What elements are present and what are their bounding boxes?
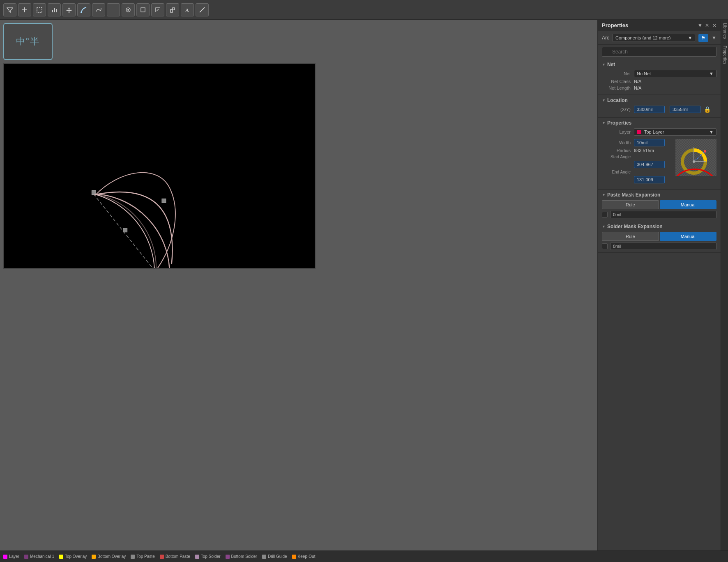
line-btn[interactable] (196, 3, 209, 16)
panel-pin-icon[interactable]: ▼ (698, 23, 703, 28)
panel-close-icon[interactable]: ✕ (712, 23, 716, 28)
wires-btn[interactable] (92, 3, 105, 16)
solder-mask-toggle: Rule Manual (602, 232, 716, 241)
pad-btn[interactable] (107, 3, 120, 16)
canvas-area: 中°半 (0, 20, 597, 550)
select2-btn[interactable] (151, 3, 164, 16)
libraries-tab[interactable]: Libraries (721, 20, 728, 42)
paste-checkbox[interactable] (602, 212, 608, 217)
search-input[interactable] (602, 47, 716, 57)
solder-mask-title: Solder Mask Expansion (607, 224, 663, 229)
select-rect-btn[interactable] (33, 3, 46, 16)
filter-btn[interactable] (3, 3, 16, 16)
layer-indicator-mech1: Mechanical 1 (24, 554, 54, 559)
layer-indicator-top-solder: Top Solder (195, 554, 221, 559)
chart-btn[interactable] (48, 3, 61, 16)
start-angle-label: Start Angle (602, 155, 631, 159)
net-label: Net (602, 71, 631, 76)
end-angle-row: End Angle (602, 170, 672, 174)
component-chars: 中°半 (16, 35, 40, 48)
layer-dot-bottom-overlay (92, 555, 96, 559)
layer-dot-layer (3, 555, 7, 559)
svg-point-24 (693, 160, 695, 163)
net-class-value: N/A (634, 79, 716, 84)
arc-filter-dropdown[interactable]: Components (and 12 more) ▼ (613, 34, 695, 42)
layer-dot-mech1 (24, 555, 28, 559)
layer-indicator-bottom-solder: Bottom Solder (226, 554, 257, 559)
net-row: Net No Net ▼ (602, 70, 716, 77)
solder-rule-btn[interactable]: Rule (602, 232, 659, 241)
route-btn[interactable] (77, 3, 90, 16)
net-dropdown[interactable]: No Net ▼ (634, 70, 716, 77)
net-section: ▼ Net Net No Net ▼ Net Class N/A Net Len… (598, 59, 721, 95)
shape-btn[interactable] (136, 3, 150, 16)
svg-point-8 (127, 9, 129, 11)
status-bar: Layer Mechanical 1 Top Overlay Bottom Ov… (0, 550, 728, 562)
svg-rect-4 (54, 8, 55, 12)
control-point-2 (162, 199, 166, 203)
properties-tab[interactable]: Properties (721, 42, 728, 68)
main-toolbar: A (0, 0, 728, 20)
solder-manual-btn[interactable]: Manual (660, 232, 717, 241)
end-angle-input[interactable] (634, 176, 665, 183)
dropdown-arrow: ▼ (688, 35, 692, 40)
layer-dropdown[interactable]: Top Layer ▼ (634, 128, 716, 136)
location-collapse-icon[interactable]: ▼ (602, 98, 606, 102)
y-input[interactable] (670, 106, 700, 113)
layer-label: Layer (602, 130, 631, 134)
via-btn[interactable] (122, 3, 135, 16)
panel-controls: ▼ ✕ ✕ (698, 23, 716, 28)
panel-menu-icon[interactable]: ✕ (705, 23, 709, 28)
paste-mask-collapse[interactable]: ▼ (602, 193, 606, 197)
location-section: ▼ Location (X/Y) 🔒 (598, 95, 721, 118)
net-collapse-icon[interactable]: ▼ (602, 62, 606, 67)
place-btn[interactable] (166, 3, 179, 16)
filter-arrow-btn[interactable]: ▼ (712, 35, 716, 41)
layer-dot-bottom-solder (226, 555, 230, 559)
net-class-row: Net Class N/A (602, 79, 716, 84)
start-angle-input[interactable] (634, 161, 665, 168)
move-btn[interactable] (62, 3, 76, 16)
paste-rule-btn[interactable]: Rule (602, 200, 659, 209)
paste-value-input[interactable] (610, 211, 716, 218)
arc-visible (95, 192, 172, 264)
layer-dot-bottom-paste (160, 555, 164, 559)
net-dropdown-arrow: ▼ (709, 71, 714, 76)
filter-button[interactable]: ⚑ (698, 34, 708, 42)
solder-mask-collapse[interactable]: ▼ (602, 224, 606, 229)
layer-row: Layer Top Layer ▼ (602, 128, 716, 136)
layer-label-mech1: Mechanical 1 (30, 554, 54, 559)
start-angle-row: Start Angle (602, 155, 672, 159)
side-tabs: Libraries Properties (721, 20, 728, 550)
x-input[interactable] (634, 106, 665, 113)
lock-icon[interactable]: 🔒 (704, 106, 711, 113)
props-collapse-icon[interactable]: ▼ (602, 121, 606, 125)
svg-rect-2 (37, 7, 42, 12)
arc-mini-diagram (675, 139, 716, 176)
width-label: Width (602, 140, 631, 145)
add-btn[interactable] (18, 3, 31, 16)
layer-indicator-keepout: Keep-Out (292, 554, 316, 559)
solder-value-input[interactable] (610, 243, 716, 250)
start-angle-input-row (602, 161, 672, 168)
svg-text:A: A (185, 7, 189, 13)
width-row: Width (602, 139, 672, 146)
search-wrapper: 🔍 (602, 47, 716, 57)
xy-label: (X/Y) (602, 107, 631, 112)
layer-dot-top-paste (131, 555, 135, 559)
layer-indicator-drill-guide: Drill Guide (262, 554, 287, 559)
paste-mask-value-row (602, 211, 716, 218)
width-input[interactable] (634, 139, 665, 146)
text-btn[interactable]: A (181, 3, 194, 16)
layer-dot-top-overlay (59, 555, 63, 559)
net-section-title: Net (607, 62, 615, 67)
layer-dropdown-arrow: ▼ (709, 130, 714, 134)
solder-checkbox[interactable] (602, 243, 608, 249)
pcb-canvas[interactable] (3, 63, 316, 269)
svg-rect-3 (52, 10, 53, 12)
solder-mask-header: ▼ Solder Mask Expansion (602, 224, 716, 229)
paste-manual-btn[interactable]: Manual (660, 200, 717, 209)
paste-mask-title: Paste Mask Expansion (607, 192, 660, 198)
layer-indicator-top-paste: Top Paste (131, 554, 154, 559)
svg-point-6 (81, 12, 82, 13)
